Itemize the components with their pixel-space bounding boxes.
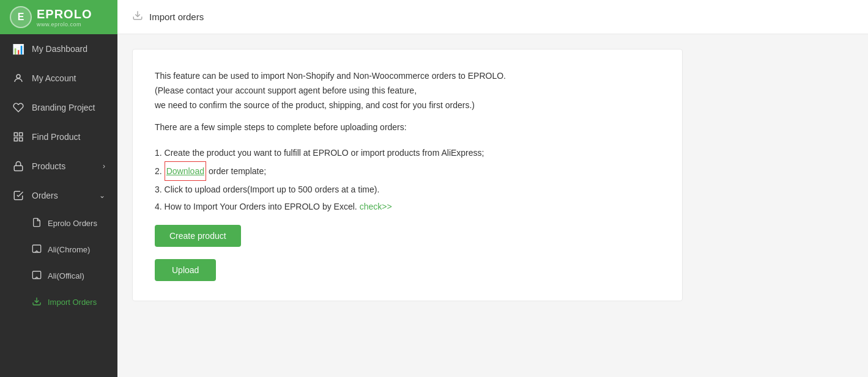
dashboard-icon: 📊 (12, 43, 24, 55)
find-product-icon (12, 131, 24, 143)
chevron-down-icon: › (103, 162, 105, 170)
content-area: This feature can be used to import Non-S… (117, 34, 868, 377)
svg-rect-3 (20, 138, 23, 141)
sidebar-item-my-account[interactable]: My Account (0, 64, 117, 93)
steps-list: 1. Create the product you want to fulfil… (155, 144, 660, 215)
download-link[interactable]: Download (165, 161, 206, 181)
step-1: 1. Create the product you want to fulfil… (155, 144, 660, 161)
description-block: This feature can be used to import Non-S… (155, 69, 660, 132)
products-icon (12, 160, 24, 172)
upload-button-wrap: Upload (155, 247, 660, 281)
orders-icon (12, 189, 24, 202)
svg-rect-4 (14, 138, 17, 141)
sidebar-item-label: My Account (32, 73, 76, 83)
sidebar-sub-item-eprolo-orders[interactable]: Eprolo Orders (0, 210, 117, 236)
sidebar: E EPROLO www.eprolo.com 📊 My Dashboard M… (0, 0, 117, 377)
sidebar-item-dashboard[interactable]: 📊 My Dashboard (0, 34, 117, 64)
brand-name: EPROLO (37, 7, 92, 21)
logo-icon: E (10, 6, 32, 28)
svg-point-0 (17, 75, 20, 78)
sidebar-sub-item-label: Ali(Offical) (48, 271, 84, 280)
description-text: This feature can be used to import Non-S… (155, 69, 660, 112)
ali-chrome-icon (32, 244, 42, 255)
step-4: 4. How to Import Your Orders into EPROLO… (155, 198, 660, 215)
sidebar-item-label: Branding Project (32, 103, 95, 112)
header: Import orders (117, 0, 868, 34)
ali-official-icon (32, 270, 42, 282)
step-2: 2. Download order template; (155, 161, 660, 181)
sidebar-item-find-product[interactable]: Find Product (0, 122, 117, 152)
svg-rect-1 (14, 133, 17, 136)
check-link[interactable]: check>> (360, 198, 392, 215)
svg-rect-5 (14, 166, 23, 170)
header-download-icon (132, 10, 143, 24)
brand-sub: www.eprolo.com (37, 21, 92, 27)
eprolo-orders-icon (32, 218, 42, 229)
sidebar-item-products[interactable]: Products › (0, 152, 117, 181)
page-title: Import orders (149, 12, 204, 22)
upload-button[interactable]: Upload (155, 259, 216, 281)
sidebar-sub-item-label: Ali(Chrome) (48, 245, 90, 254)
sidebar-sub-item-import-orders[interactable]: Import Orders (0, 289, 117, 315)
sidebar-sub-item-ali-official[interactable]: Ali(Offical) (0, 263, 117, 289)
sidebar-sub-item-label: Import Orders (48, 298, 97, 307)
sidebar-item-label: Products (32, 161, 65, 171)
sidebar-sub-item-ali-chrome[interactable]: Ali(Chrome) (0, 236, 117, 263)
branding-icon (12, 101, 24, 114)
sidebar-item-label: Orders (32, 191, 58, 200)
sidebar-sub-item-label: Eprolo Orders (48, 219, 97, 228)
sidebar-item-orders[interactable]: Orders ⌄ (0, 181, 117, 210)
steps-intro: There are a few simple steps to complete… (155, 122, 660, 132)
account-icon (12, 72, 24, 84)
import-orders-icon (32, 296, 42, 308)
main-content: Import orders This feature can be used t… (117, 0, 868, 377)
sidebar-item-label: Find Product (32, 132, 80, 142)
step-3: 3. Click to upload orders(Import up to 5… (155, 181, 660, 198)
create-product-button-wrap: Create product (155, 215, 660, 247)
chevron-up-icon: ⌄ (99, 191, 105, 200)
svg-rect-2 (20, 133, 23, 136)
import-card: This feature can be used to import Non-S… (132, 49, 683, 301)
create-product-button[interactable]: Create product (155, 225, 241, 247)
sidebar-item-branding-project[interactable]: Branding Project (0, 93, 117, 122)
sidebar-item-label: My Dashboard (32, 44, 87, 54)
sidebar-logo: E EPROLO www.eprolo.com (0, 0, 117, 34)
